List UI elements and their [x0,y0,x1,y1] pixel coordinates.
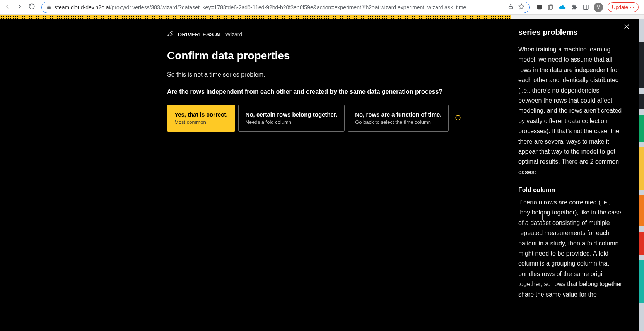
svg-point-7 [630,7,631,8]
help-body-2: If certain rows are correlated (i.e., th… [518,197,623,300]
page-lead: So this is not a time series problem. [167,71,453,78]
option-subtitle: Most common [174,119,228,125]
extension-icon-cloud[interactable] [559,4,566,11]
lock-icon [46,4,51,11]
browser-chrome: steam.cloud-dev.h2o.ai/proxy/driverless/… [0,0,644,15]
right-color-strip [639,19,644,331]
share-icon[interactable] [508,3,514,11]
option-yes-correct[interactable]: Yes, that is correct. Most common [167,105,235,132]
star-icon[interactable] [518,3,524,11]
help-body-1: When training a machine learning model, … [518,45,623,177]
option-rows-function-of-time[interactable]: No, rows are a function of time. Go back… [348,105,449,132]
svg-point-12 [171,33,171,33]
help-title-line2: series problems [518,28,577,36]
url-text: steam.cloud-dev.h2o.ai/proxy/driverless/… [55,4,505,10]
url-host: steam.cloud-dev.h2o.ai [55,4,110,10]
info-icon[interactable] [455,115,461,122]
option-title: Yes, that is correct. [174,111,228,118]
brand-row: DRIVERLESS AI Wizard [167,30,453,39]
update-button[interactable]: Update [608,2,639,12]
svg-rect-2 [537,5,541,9]
option-rows-belong-together[interactable]: No, certain rows belong together. Needs … [238,105,345,132]
nav-buttons [4,3,35,12]
brand-title: DRIVERLESS AI [178,31,221,38]
forward-button[interactable] [16,3,23,12]
extensions-puzzle-icon[interactable] [571,4,577,11]
app-root: DRIVERLESS AI Wizard Confirm data proper… [0,19,644,331]
reload-button[interactable] [29,3,35,11]
svg-point-8 [632,7,632,8]
extension-icon-1[interactable] [536,4,543,11]
chrome-toolbar-right: M Update [536,2,639,12]
update-button-label: Update [612,4,628,10]
address-bar[interactable]: steam.cloud-dev.h2o.ai/proxy/driverless/… [41,2,530,13]
page-question: Are the rows independent from each other… [167,88,453,95]
extension-icon-2[interactable] [547,4,554,11]
svg-rect-5 [583,5,588,9]
option-subtitle: Needs a fold column [246,119,338,125]
help-panel: Data distribution for non-time series pr… [518,19,634,300]
help-subheading-fold: Fold column [518,187,623,194]
help-title: Data distribution for non-time series pr… [518,27,623,38]
rocket-icon [167,30,174,39]
page-title: Confirm data properties [167,50,453,62]
yellow-banner-strip [0,15,511,19]
main-column: DRIVERLESS AI Wizard Confirm data proper… [167,30,453,132]
option-title: No, rows are a function of time. [355,111,441,118]
profile-avatar[interactable]: M [594,3,603,12]
option-subtitle: Go back to select the time column [355,119,441,125]
svg-point-9 [633,7,634,8]
option-title: No, certain rows belong together. [246,111,338,118]
panel-icon[interactable] [582,4,589,11]
back-button[interactable] [4,3,11,12]
brand-subtitle: Wizard [225,31,243,38]
options-row: Yes, that is correct. Most common No, ce… [167,105,453,132]
svg-marker-1 [519,4,524,9]
address-bar-actions [508,3,524,11]
url-path: /proxy/driverless/383/wizard/?dataset_ke… [110,4,474,10]
